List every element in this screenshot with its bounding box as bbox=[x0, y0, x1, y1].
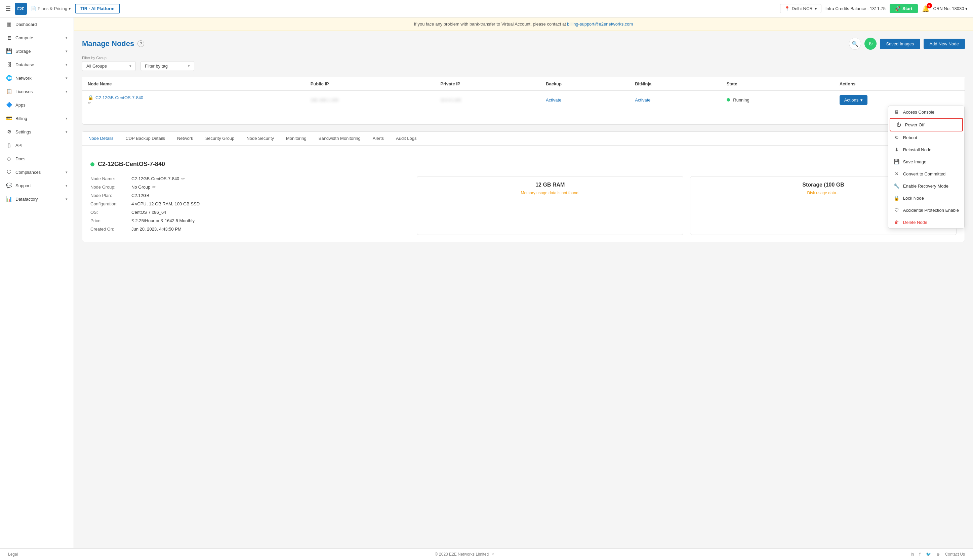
logo: E2E bbox=[15, 3, 27, 15]
crn-label[interactable]: CRN No. 18030 ▾ bbox=[933, 6, 968, 11]
col-state: State bbox=[721, 77, 834, 91]
tab-security-group[interactable]: Security Group bbox=[199, 132, 241, 145]
detail-row-name: Node Name: C2-12GB-CentOS-7-840 ✏ bbox=[90, 176, 410, 181]
sidebar-item-dashboard[interactable]: ▦ Dashboard bbox=[0, 17, 73, 31]
dropdown-item-reboot[interactable]: ↻ Reboot bbox=[888, 132, 964, 143]
region-chevron-icon: ▾ bbox=[815, 6, 817, 11]
detail-fields: Node Name: C2-12GB-CentOS-7-840 ✏ Node G… bbox=[90, 176, 410, 235]
facebook-icon[interactable]: f bbox=[919, 552, 920, 557]
contact-us-link[interactable]: Contact Us bbox=[945, 552, 965, 557]
col-bitninja: BitNinja bbox=[630, 77, 721, 91]
start-button[interactable]: 🚀 Start bbox=[890, 4, 918, 13]
plans-chevron-icon: ▾ bbox=[68, 6, 71, 11]
dropdown-item-access-console[interactable]: 🖥 Access Console bbox=[888, 106, 964, 118]
sidebar-label-storage: Storage bbox=[15, 49, 62, 54]
saved-images-button[interactable]: Saved Images bbox=[880, 39, 920, 49]
rocket-icon: 🚀 bbox=[895, 6, 900, 11]
sidebar-item-database[interactable]: 🗄 Database ▾ bbox=[0, 58, 73, 71]
console-icon: 🖥 bbox=[894, 109, 900, 115]
col-backup: Backup bbox=[540, 77, 630, 91]
document-icon: 📄 bbox=[31, 6, 36, 11]
sidebar-label-support: Support bbox=[15, 183, 62, 188]
actions-dropdown-button[interactable]: Actions ▾ bbox=[840, 95, 868, 105]
dropdown-item-accidental-protection[interactable]: 🛡 Accidental Protection Enable bbox=[888, 204, 964, 216]
filter-group-chevron-icon: ▾ bbox=[129, 64, 132, 68]
notification-badge: 6 bbox=[926, 3, 932, 8]
node-name-cell: 🔒 C2-12GB-CentOS-7-840 ✏ bbox=[82, 91, 305, 110]
dropdown-item-delete[interactable]: 🗑 Delete Node bbox=[888, 216, 964, 228]
node-detail-header: C2-12GB-CentOS-7-840 Test Monitoring Ser… bbox=[90, 159, 956, 169]
compliances-chevron-icon: ▾ bbox=[65, 170, 68, 175]
tab-monitoring[interactable]: Monitoring bbox=[280, 132, 313, 145]
plans-pricing-btn[interactable]: 📄 Plans & Pricing ▾ bbox=[31, 6, 71, 11]
sidebar-item-apps[interactable]: 🔷 Apps bbox=[0, 98, 73, 112]
filter-tag-select[interactable]: Filter by tag ▾ bbox=[140, 61, 194, 71]
linkedin-icon[interactable]: in bbox=[911, 552, 914, 557]
tab-bandwidth-monitoring[interactable]: Bandwidth Monitoring bbox=[313, 132, 367, 145]
dropdown-item-power-off[interactable]: ⏻ Power Off bbox=[890, 118, 963, 132]
sidebar-item-api[interactable]: {} API bbox=[0, 138, 73, 152]
refresh-icon-button[interactable]: ↻ bbox=[865, 38, 876, 50]
tab-node-details[interactable]: Node Details bbox=[82, 132, 119, 145]
dropdown-item-save-image[interactable]: 💾 Save Image bbox=[888, 156, 964, 168]
tab-cdp-backup[interactable]: CDP Backup Details bbox=[119, 132, 171, 145]
billing-chevron-icon: ▾ bbox=[65, 116, 68, 121]
edit-node-group-icon[interactable]: ✏ bbox=[152, 185, 156, 190]
sidebar-item-settings[interactable]: ⚙ Settings ▾ bbox=[0, 125, 73, 138]
help-icon[interactable]: ? bbox=[137, 40, 144, 47]
location-icon: 📍 bbox=[785, 6, 790, 11]
save-image-icon: 💾 bbox=[894, 159, 900, 164]
sidebar-item-docs[interactable]: ◇ Docs bbox=[0, 152, 73, 165]
apps-icon: 🔷 bbox=[6, 102, 12, 108]
twitter-icon[interactable]: 🐦 bbox=[926, 552, 931, 557]
page-header: Manage Nodes ? 🔍 ↻ Saved Images Add New … bbox=[82, 38, 965, 50]
credits-balance: Infra Credits Balance : 1311.75 bbox=[825, 6, 886, 11]
backup-activate-link[interactable]: Activate bbox=[546, 97, 561, 103]
detail-row-price: Price: ₹ 2.25/Hour or ₹ 1642.5 Monthly bbox=[90, 218, 410, 223]
support-icon: 💬 bbox=[6, 183, 12, 188]
public-ip-cell: 192.168.1.100 bbox=[305, 91, 435, 110]
bitninja-activate-link[interactable]: Activate bbox=[635, 97, 650, 103]
legal-link[interactable]: Legal bbox=[8, 552, 18, 557]
tab-alerts[interactable]: Alerts bbox=[367, 132, 390, 145]
sidebar-item-support[interactable]: 💬 Support ▾ bbox=[0, 179, 73, 192]
edit-node-name-icon[interactable]: ✏ bbox=[181, 176, 185, 181]
dropdown-item-lock[interactable]: 🔒 Lock Node bbox=[888, 192, 964, 204]
rss-icon[interactable]: ⊕ bbox=[936, 552, 940, 557]
filter-group-select[interactable]: All Groups ▾ bbox=[82, 61, 136, 71]
search-icon-button[interactable]: 🔍 bbox=[849, 38, 861, 50]
dropdown-item-reinstall[interactable]: ⬇ Reinstall Node bbox=[888, 143, 964, 156]
node-name-link[interactable]: 🔒 C2-12GB-CentOS-7-840 bbox=[88, 95, 300, 100]
storage-icon: 💾 bbox=[6, 48, 12, 54]
delete-icon: 🗑 bbox=[894, 220, 900, 225]
filter-group-label: Filter by Group bbox=[82, 56, 136, 60]
edit-name-icon[interactable]: ✏ bbox=[88, 100, 91, 105]
sidebar-item-billing[interactable]: 💳 Billing ▾ bbox=[0, 112, 73, 125]
billing-icon: 💳 bbox=[6, 115, 12, 121]
sidebar-item-storage[interactable]: 💾 Storage ▾ bbox=[0, 44, 73, 58]
sidebar-item-licenses[interactable]: 📋 Licenses ▾ bbox=[0, 85, 73, 98]
sidebar-item-compliances[interactable]: 🛡 Compliances ▾ bbox=[0, 165, 73, 179]
private-ip-cell: 10.0.0.100 bbox=[435, 91, 540, 110]
storage-chevron-icon: ▾ bbox=[65, 49, 68, 53]
tir-platform-button[interactable]: TIR - AI Platform bbox=[75, 4, 120, 13]
datafactory-chevron-icon: ▾ bbox=[65, 197, 68, 201]
add-new-node-button[interactable]: Add New Node bbox=[924, 39, 965, 49]
sidebar-item-compute[interactable]: 🖥 Compute ▾ bbox=[0, 31, 73, 44]
col-node-name: Node Name bbox=[82, 77, 305, 91]
detail-row-created: Created On: Jun 20, 2023, 4:43:50 PM bbox=[90, 227, 410, 232]
sidebar-item-datafactory[interactable]: 📊 Datafactory ▾ bbox=[0, 192, 73, 206]
dropdown-item-recovery[interactable]: 🔧 Enable Recovery Mode bbox=[888, 180, 964, 192]
notification-bell[interactable]: 🔔 6 bbox=[922, 5, 929, 12]
tab-network[interactable]: Network bbox=[171, 132, 199, 145]
tab-audit-logs[interactable]: Audit Logs bbox=[390, 132, 423, 145]
shield-icon: 🛡 bbox=[894, 207, 900, 213]
hamburger-icon[interactable]: ☰ bbox=[5, 5, 11, 12]
sidebar-item-network[interactable]: 🌐 Network ▾ bbox=[0, 71, 73, 85]
region-selector[interactable]: 📍 Delhi-NCR ▾ bbox=[780, 4, 821, 13]
dropdown-item-convert[interactable]: ✕ Convert to Committed bbox=[888, 168, 964, 180]
billing-support-link[interactable]: billing-support@e2enetworks.com bbox=[567, 22, 633, 27]
convert-icon: ✕ bbox=[894, 171, 900, 177]
ram-warning: Memory usage data is not found. bbox=[423, 191, 678, 195]
tab-node-security[interactable]: Node Security bbox=[240, 132, 280, 145]
